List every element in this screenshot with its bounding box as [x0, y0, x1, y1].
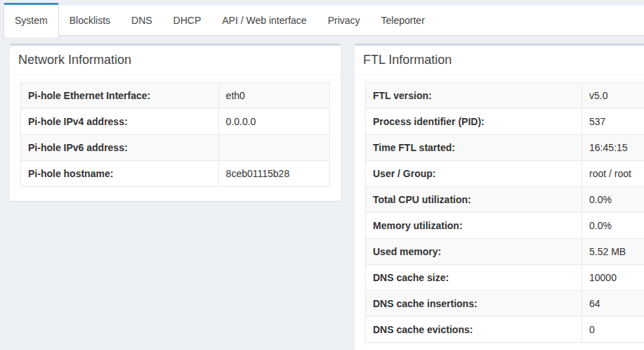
row-value: 10000: [582, 265, 644, 291]
row-value: 0.0.0.0: [218, 109, 329, 135]
row-value: v5.0: [582, 83, 644, 109]
row-value: 0: [582, 317, 644, 343]
row-label: Pi-hole IPv6 address:: [21, 135, 219, 161]
row-value: 64: [582, 291, 644, 317]
row-value: 0.0%: [582, 187, 644, 213]
tab-privacy[interactable]: Privacy: [317, 6, 371, 35]
row-label: DNS cache evictions:: [366, 317, 582, 343]
row-label: Used memory:: [366, 239, 582, 265]
table-row: Total CPU utilization:0.0%: [366, 187, 644, 213]
ftl-information-panel: FTL Information FTL version:v5.0Process …: [355, 44, 644, 350]
panel-title: FTL Information: [363, 53, 644, 67]
table-row: User / Group:root / root: [366, 161, 644, 187]
settings-tab-bar: SystemBlocklistsDNSDHCPAPI / Web interfa…: [4, 6, 644, 36]
table-row: Pi-hole IPv6 address:: [21, 135, 330, 161]
row-value: eth0: [218, 83, 329, 109]
panel-title: Network Information: [18, 53, 332, 67]
row-value: 537: [582, 109, 644, 135]
ftl-information-table: FTL version:v5.0Process identifier (PID)…: [365, 82, 644, 343]
row-label: Total CPU utilization:: [366, 187, 582, 213]
row-value: root / root: [582, 161, 644, 187]
table-row: DNS cache size:10000: [366, 265, 644, 291]
tab-system[interactable]: System: [4, 3, 59, 37]
row-label: Process identifier (PID):: [366, 109, 582, 135]
row-label: Pi-hole Ethernet Interface:: [21, 83, 219, 109]
row-label: User / Group:: [366, 161, 582, 187]
table-row: DNS cache evictions:0: [366, 317, 644, 343]
network-information-panel: Network Information Pi-hole Ethernet Int…: [10, 44, 341, 201]
table-row: Used memory:5.52 MB: [366, 239, 644, 265]
row-label: Memory utilization:: [366, 213, 582, 239]
table-row: Pi-hole IPv4 address:0.0.0.0: [21, 109, 330, 135]
row-value: 5.52 MB: [582, 239, 644, 265]
network-information-table: Pi-hole Ethernet Interface:eth0Pi-hole I…: [20, 82, 330, 187]
row-label: Pi-hole IPv4 address:: [21, 109, 219, 135]
network-information-header: Network Information: [10, 46, 341, 75]
table-row: Pi-hole Ethernet Interface:eth0: [21, 83, 330, 109]
row-label: FTL version:: [366, 83, 582, 109]
row-value: 16:45:15: [582, 135, 644, 161]
row-value: 0.0%: [582, 213, 644, 239]
tab-teleporter[interactable]: Teleporter: [371, 6, 435, 35]
tab-blocklists[interactable]: Blocklists: [59, 6, 121, 35]
table-row: Process identifier (PID):537: [366, 109, 644, 135]
row-label: Pi-hole hostname:: [21, 161, 219, 187]
row-value: [218, 135, 329, 161]
row-value: 8ceb01115b28: [218, 161, 329, 187]
table-row: Memory utilization:0.0%: [366, 213, 644, 239]
tab-dns[interactable]: DNS: [121, 6, 163, 35]
table-row: Time FTL started:16:45:15: [366, 135, 644, 161]
settings-content: Network Information Pi-hole Ethernet Int…: [0, 36, 644, 350]
table-row: FTL version:v5.0: [366, 83, 644, 109]
tab-dhcp[interactable]: DHCP: [163, 6, 212, 35]
row-label: DNS cache insertions:: [366, 291, 582, 317]
ftl-information-header: FTL Information: [355, 46, 644, 75]
table-row: DNS cache insertions:64: [366, 291, 644, 317]
network-information-body: Pi-hole Ethernet Interface:eth0Pi-hole I…: [10, 75, 341, 201]
tab-api-web-interface[interactable]: API / Web interface: [211, 6, 317, 35]
ftl-information-body: FTL version:v5.0Process identifier (PID)…: [355, 75, 644, 350]
row-label: Time FTL started:: [366, 135, 582, 161]
table-row: Pi-hole hostname:8ceb01115b28: [21, 161, 330, 187]
row-label: DNS cache size:: [366, 265, 582, 291]
